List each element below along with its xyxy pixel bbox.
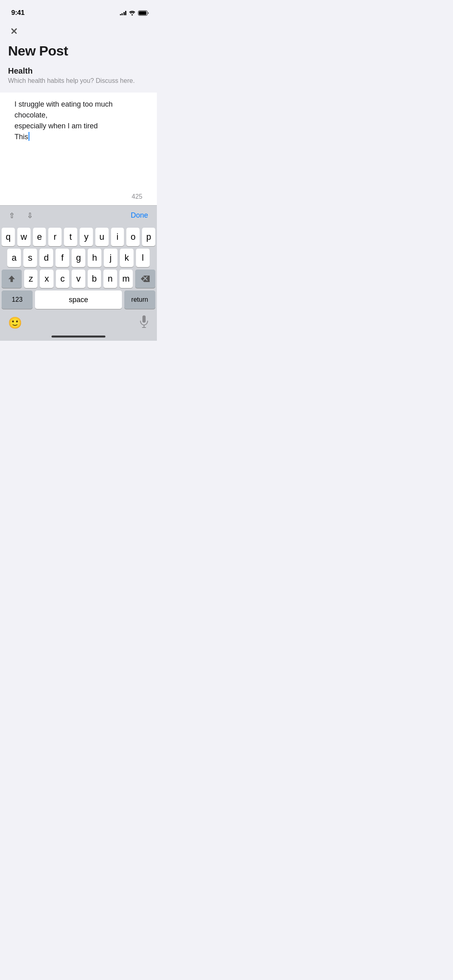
topic-section: Health Which health habits help you? Dis… — [8, 66, 149, 84]
keyboard-row-4: 123 space return — [0, 288, 157, 311]
key-r[interactable]: r — [48, 228, 62, 246]
key-l[interactable]: l — [136, 249, 150, 267]
shift-icon — [8, 275, 16, 283]
keyboard-row-1: q w e r t y u i o p — [0, 225, 157, 246]
key-o[interactable]: o — [126, 228, 140, 246]
svg-rect-2 — [142, 315, 146, 323]
key-t[interactable]: t — [64, 228, 77, 246]
key-u[interactable]: u — [95, 228, 109, 246]
key-z[interactable]: z — [24, 270, 37, 288]
key-i[interactable]: i — [111, 228, 124, 246]
keyboard-row-2: a s d f g h j k l — [0, 246, 157, 267]
key-j[interactable]: j — [104, 249, 117, 267]
key-y[interactable]: y — [80, 228, 93, 246]
emoji-button[interactable]: 🙂 — [8, 316, 22, 329]
toolbar-arrow-down[interactable]: ⇩ — [25, 210, 35, 222]
wifi-icon — [129, 10, 136, 16]
backspace-icon — [141, 276, 150, 282]
status-time: 9:41 — [11, 9, 25, 17]
battery-icon — [138, 10, 149, 16]
svg-rect-1 — [139, 11, 146, 15]
key-v[interactable]: v — [72, 270, 85, 288]
topic-name: Health — [8, 66, 149, 76]
key-h[interactable]: h — [88, 249, 101, 267]
key-k[interactable]: k — [120, 249, 134, 267]
page-title: New Post — [8, 43, 149, 58]
return-key[interactable]: return — [124, 290, 155, 309]
text-cursor — [29, 132, 29, 141]
keyboard-extras-bar: 🙂 — [0, 311, 157, 334]
done-button[interactable]: Done — [128, 210, 150, 221]
backspace-key[interactable] — [135, 270, 155, 288]
space-key[interactable]: space — [35, 290, 121, 309]
shift-key[interactable] — [2, 270, 22, 288]
home-indicator — [0, 334, 157, 341]
toolbar-arrow-up[interactable]: ⇧ — [6, 210, 17, 222]
editor-content[interactable]: I struggle with eating too much chocolat… — [14, 99, 142, 142]
topic-description: Which health habits help you? Discuss he… — [8, 77, 149, 84]
numbers-key[interactable]: 123 — [2, 290, 33, 309]
key-m[interactable]: m — [119, 270, 133, 288]
close-icon — [10, 27, 18, 35]
key-a[interactable]: a — [7, 249, 21, 267]
toolbar-navigation: ⇧ ⇩ — [6, 210, 35, 222]
signal-icon — [120, 10, 127, 15]
post-editor[interactable]: I struggle with eating too much chocolat… — [8, 93, 149, 205]
key-x[interactable]: x — [40, 270, 53, 288]
key-g[interactable]: g — [72, 249, 85, 267]
status-icons — [120, 10, 149, 16]
keyboard-row-3: z x c v b n m — [0, 267, 157, 288]
close-button[interactable] — [8, 25, 20, 37]
home-pill — [51, 336, 105, 338]
key-f[interactable]: f — [56, 249, 69, 267]
key-b[interactable]: b — [88, 270, 101, 288]
keyboard-toolbar: ⇧ ⇩ Done — [0, 205, 157, 225]
key-s[interactable]: s — [23, 249, 37, 267]
key-d[interactable]: d — [39, 249, 53, 267]
microphone-button[interactable] — [139, 315, 149, 330]
key-n[interactable]: n — [103, 270, 117, 288]
status-bar: 9:41 — [0, 0, 157, 20]
content-area: New Post Health Which health habits help… — [0, 20, 157, 84]
key-e[interactable]: e — [33, 228, 46, 246]
key-p[interactable]: p — [142, 228, 155, 246]
key-c[interactable]: c — [56, 270, 69, 288]
key-w[interactable]: w — [17, 228, 31, 246]
char-count: 425 — [132, 193, 142, 200]
key-q[interactable]: q — [2, 228, 15, 246]
editor-wrapper: I struggle with eating too much chocolat… — [0, 93, 157, 205]
microphone-icon — [139, 315, 149, 328]
keyboard: q w e r t y u i o p a s d f g h j k l z … — [0, 225, 157, 311]
